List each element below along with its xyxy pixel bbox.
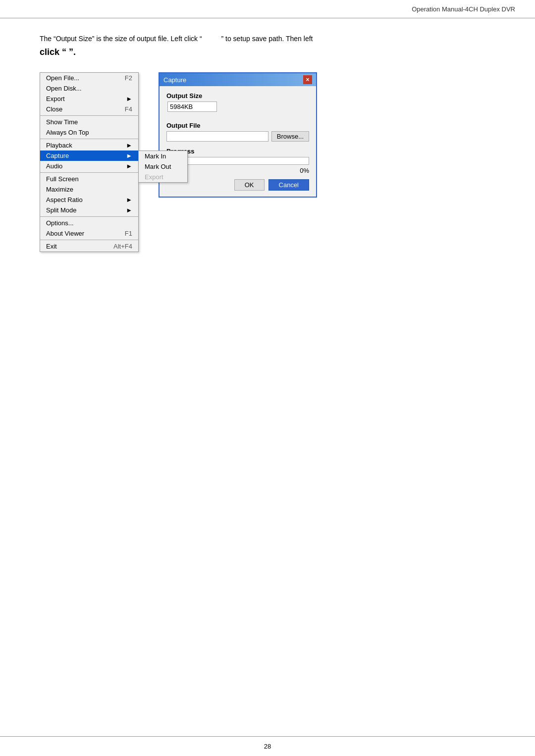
arrow-icon: ► <box>126 162 132 170</box>
menu-separator-2 <box>40 139 138 139</box>
intro-line2: click “ ”. <box>40 47 495 57</box>
menu-item-split-mode[interactable]: Split Mode ► <box>40 205 138 215</box>
dialog-buttons: OK Cancel <box>166 179 309 191</box>
arrow-icon: ► <box>126 152 132 159</box>
output-file-row: Browse... <box>166 131 309 142</box>
browse-button[interactable]: Browse... <box>271 131 309 142</box>
arrow-icon: ► <box>126 206 132 214</box>
menu-item-full-screen[interactable]: Full Screen <box>40 174 138 184</box>
submenu-container-capture: Capture ► Mark In Mark Out Export <box>40 151 138 161</box>
menu-item-exit[interactable]: Exit Alt+F4 <box>40 241 138 252</box>
menu-item-always-on-top[interactable]: Always On Top <box>40 127 138 138</box>
dialog-titlebar: Capture × <box>160 73 316 86</box>
ok-button[interactable]: OK <box>234 179 265 191</box>
arrow-icon: ► <box>126 196 132 203</box>
capture-submenu: Mark In Mark Out Export <box>138 151 188 183</box>
output-file-label: Output File <box>166 122 309 129</box>
output-size-input[interactable] <box>167 101 217 112</box>
menu-item-playback[interactable]: Playback ► <box>40 140 138 151</box>
submenu-item-mark-out[interactable]: Mark Out <box>139 161 187 172</box>
output-file-input[interactable] <box>166 131 268 142</box>
output-size-value <box>166 101 309 117</box>
context-menu: Open File... F2 Open Disk... Export ► Cl… <box>40 72 139 252</box>
dialog-close-button[interactable]: × <box>303 75 312 84</box>
dialog-title: Capture <box>163 76 186 84</box>
arrow-icon: ► <box>126 142 132 149</box>
progress-percent: 0% <box>166 167 309 174</box>
ui-area: Open File... F2 Open Disk... Export ► Cl… <box>40 72 495 252</box>
menu-item-close[interactable]: Close F4 <box>40 104 138 114</box>
menu-item-capture[interactable]: Capture ► <box>40 151 138 161</box>
menu-item-open-disk[interactable]: Open Disk... <box>40 83 138 94</box>
submenu-item-mark-in[interactable]: Mark In <box>139 151 187 161</box>
page-number: 28 <box>264 743 271 750</box>
menu-item-options[interactable]: Options... <box>40 218 138 228</box>
output-size-label: Output Size <box>166 92 309 100</box>
menu-item-export[interactable]: Export ► <box>40 94 138 104</box>
menu-item-about-viewer[interactable]: About Viewer F1 <box>40 228 138 239</box>
header-title: Operation Manual-4CH Duplex DVR <box>412 5 515 13</box>
menu-item-show-time[interactable]: Show Time <box>40 117 138 127</box>
menu-item-maximize[interactable]: Maximize <box>40 184 138 195</box>
menu-separator-4 <box>40 216 138 217</box>
header: Operation Manual-4CH Duplex DVR <box>0 0 535 18</box>
menu-separator-5 <box>40 240 138 240</box>
submenu-item-export[interactable]: Export <box>139 172 187 182</box>
menu-separator-1 <box>40 115 138 116</box>
menu-item-aspect-ratio[interactable]: Aspect Ratio ► <box>40 195 138 205</box>
menu-item-open-file[interactable]: Open File... F2 <box>40 73 138 83</box>
intro-line1: The “Output Size” is the size of output … <box>40 33 495 44</box>
cancel-button[interactable]: Cancel <box>268 179 309 191</box>
menu-separator-3 <box>40 172 138 173</box>
footer: 28 <box>0 736 535 756</box>
main-content: The “Output Size” is the size of output … <box>0 18 535 267</box>
progress-label: Progress <box>166 148 309 155</box>
progress-bar-container <box>166 157 309 165</box>
menu-item-audio[interactable]: Audio ► <box>40 161 138 171</box>
progress-section: Progress 0% <box>166 148 309 174</box>
arrow-icon: ► <box>126 95 132 102</box>
